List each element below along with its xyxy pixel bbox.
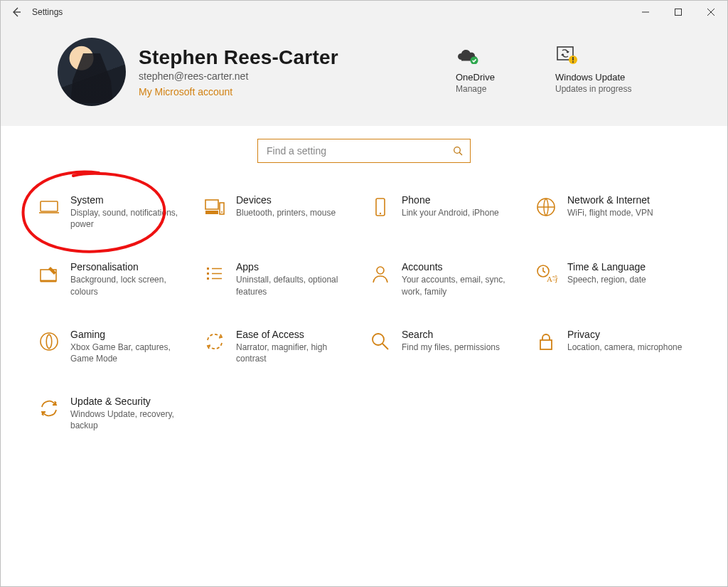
ease-of-access-icon — [202, 329, 228, 354]
category-ease-of-access[interactable]: Ease of Access Narrator, magnifier, high… — [202, 329, 360, 364]
category-desc: Uninstall, defaults, optional features — [236, 274, 353, 297]
minimize-icon — [642, 9, 649, 16]
time-language-icon: A字 — [533, 261, 559, 287]
personalisation-icon — [36, 261, 62, 287]
category-search[interactable]: Search Find my files, permissions — [368, 329, 526, 364]
svg-point-13 — [380, 213, 381, 214]
minimize-button[interactable] — [629, 1, 662, 23]
svg-rect-0 — [675, 9, 682, 16]
category-accounts[interactable]: Accounts Your accounts, email, sync, wor… — [368, 261, 526, 297]
globe-icon — [533, 194, 559, 220]
devices-icon — [202, 194, 228, 220]
window-title: Settings — [32, 7, 63, 17]
category-desc: Narrator, magnifier, high contrast — [236, 342, 353, 364]
update-security-icon — [36, 396, 62, 421]
category-desc: Location, camera, microphone — [567, 342, 682, 353]
windows-update-icon — [555, 43, 631, 68]
svg-point-6 — [454, 147, 461, 154]
svg-rect-9 — [205, 211, 218, 214]
search-box[interactable] — [257, 139, 471, 163]
back-button[interactable] — [1, 6, 32, 18]
titlebar: Settings — [1, 1, 727, 23]
category-apps[interactable]: Apps Uninstall, defaults, optional featu… — [202, 261, 360, 297]
windows-update-label: Windows Update — [555, 72, 631, 83]
category-title: Phone — [402, 194, 499, 206]
search-input[interactable] — [265, 144, 436, 157]
search-icon — [453, 146, 463, 156]
profile-info: Stephen Rees-Carter stephen@rees-carter.… — [139, 46, 338, 97]
svg-point-23 — [373, 334, 384, 345]
svg-rect-7 — [41, 201, 58, 211]
category-desc: Display, sound, notifications, power — [70, 207, 188, 230]
category-title: Update & Security — [70, 396, 188, 407]
tile-onedrive[interactable]: OneDrive Manage — [456, 43, 495, 94]
maximize-icon — [675, 9, 682, 16]
svg-rect-4 — [572, 57, 574, 60]
category-title: Gaming — [70, 329, 188, 340]
tile-windows-update[interactable]: Windows Update Updates in progress — [555, 43, 631, 94]
gaming-icon — [36, 329, 62, 354]
user-email: stephen@rees-carter.net — [139, 70, 338, 82]
category-network[interactable]: Network & Internet WiFi, flight mode, VP… — [533, 194, 692, 230]
accounts-icon — [368, 261, 393, 287]
onedrive-label: OneDrive — [456, 72, 495, 83]
category-gaming[interactable]: Gaming Xbox Game Bar, captures, Game Mod… — [36, 329, 195, 364]
category-title: Ease of Access — [236, 329, 353, 340]
svg-rect-8 — [205, 200, 218, 209]
category-update-security[interactable]: Update & Security Windows Update, recove… — [36, 396, 195, 431]
arrow-left-icon — [11, 6, 22, 18]
category-desc: Find my files, permissions — [402, 342, 500, 353]
category-desc: Bluetooth, printers, mouse — [236, 207, 336, 218]
category-privacy[interactable]: Privacy Location, camera, microphone — [533, 329, 692, 364]
svg-point-1 — [471, 57, 478, 65]
svg-rect-5 — [572, 61, 574, 63]
header: Stephen Rees-Carter stephen@rees-carter.… — [1, 23, 727, 126]
search-category-icon — [368, 329, 393, 354]
svg-rect-17 — [207, 273, 209, 275]
onedrive-icon — [456, 43, 495, 68]
svg-rect-18 — [207, 277, 209, 280]
profile[interactable]: Stephen Rees-Carter stephen@rees-carter.… — [58, 38, 338, 106]
category-title: Search — [402, 329, 500, 340]
close-icon — [707, 9, 714, 16]
category-devices[interactable]: Devices Bluetooth, printers, mouse — [202, 194, 360, 230]
onedrive-sub: Manage — [456, 84, 495, 94]
svg-text:A字: A字 — [547, 275, 557, 283]
category-title: Apps — [236, 261, 353, 273]
windows-update-sub: Updates in progress — [555, 84, 631, 94]
system-icon — [36, 194, 62, 220]
svg-point-11 — [221, 211, 223, 213]
svg-rect-16 — [207, 268, 209, 270]
category-desc: Background, lock screen, colours — [70, 274, 188, 297]
lock-icon — [533, 329, 559, 354]
user-name: Stephen Rees-Carter — [139, 46, 338, 69]
category-personalisation[interactable]: Personalisation Background, lock screen,… — [36, 261, 195, 297]
category-title: Devices — [236, 194, 336, 206]
category-phone[interactable]: Phone Link your Android, iPhone — [368, 194, 526, 230]
settings-window: Settings Stephen Rees-Carter stephen@ree… — [0, 0, 728, 587]
microsoft-account-link[interactable]: My Microsoft account — [139, 86, 338, 97]
apps-icon — [202, 261, 228, 287]
category-grid: System Display, sound, notifications, po… — [36, 194, 692, 432]
category-desc: Speech, region, date — [567, 274, 646, 285]
category-desc: Link your Android, iPhone — [402, 207, 499, 218]
svg-point-19 — [377, 267, 384, 274]
category-desc: Your accounts, email, sync, work, family — [402, 274, 519, 297]
category-desc: WiFi, flight mode, VPN — [567, 207, 653, 218]
search-wrap — [1, 139, 727, 163]
phone-icon — [368, 194, 393, 220]
category-desc: Windows Update, recovery, backup — [70, 408, 188, 431]
category-title: Accounts — [402, 261, 519, 273]
category-title: Network & Internet — [567, 194, 653, 206]
window-controls — [629, 1, 727, 23]
category-system[interactable]: System Display, sound, notifications, po… — [36, 194, 195, 230]
category-time-language[interactable]: A字 Time & Language Speech, region, date — [533, 261, 692, 297]
avatar — [58, 38, 126, 106]
maximize-button[interactable] — [662, 1, 695, 23]
svg-point-22 — [41, 333, 58, 350]
category-title: System — [70, 194, 188, 206]
category-title: Privacy — [567, 329, 682, 340]
category-title: Personalisation — [70, 261, 188, 273]
svg-rect-24 — [540, 340, 552, 349]
close-button[interactable] — [695, 1, 727, 23]
